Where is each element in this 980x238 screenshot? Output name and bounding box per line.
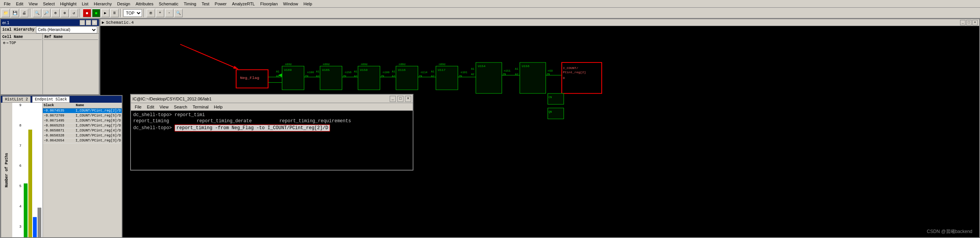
- schematic-maximize-btn[interactable]: □: [966, 20, 972, 25]
- menu-power[interactable]: Power: [212, 1, 229, 7]
- hierarchy-titlebar: er.1 _ □ ×: [1, 19, 99, 26]
- table-row[interactable]: -0.0674535 I_COUNT/PCint_reg[2]/D: [43, 108, 122, 113]
- svg-text:U150: U150: [360, 68, 368, 72]
- histlist-tab-1[interactable]: HistList 2: [2, 96, 31, 103]
- toolbar-btn-2[interactable]: 💾: [11, 9, 19, 17]
- table-row[interactable]: -0.0658871 I_COUNT/PCint_reg[4]/D: [43, 128, 122, 133]
- hierarchy-minimize-btn[interactable]: _: [80, 20, 85, 25]
- histlist-titlebar: HistList 2 Endpoint Slack: [1, 96, 122, 103]
- tree-item-label: TOP: [9, 41, 16, 45]
- terminal-menu-terminal[interactable]: Terminal: [190, 104, 211, 110]
- terminal-minimize-btn[interactable]: _: [390, 96, 396, 102]
- svg-text:A2: A2: [392, 75, 395, 78]
- menu-file[interactable]: File: [2, 1, 13, 7]
- slack-value: -0.0674535: [44, 109, 74, 113]
- toolbar-btn-9[interactable]: ◼: [83, 9, 91, 17]
- menu-test[interactable]: Test: [199, 1, 212, 7]
- svg-text:D: D: [563, 76, 565, 80]
- menu-window[interactable]: Window: [281, 1, 301, 7]
- toolbar-sep-2: [80, 9, 81, 17]
- svg-rect-73: [38, 208, 41, 237]
- toolbar-btn-11[interactable]: ▶: [101, 9, 109, 17]
- terminal-menu-file[interactable]: File: [132, 104, 144, 110]
- toolbar-btn-10[interactable]: ◼: [92, 9, 100, 17]
- toolbar-btn-6[interactable]: ⊕: [51, 9, 60, 17]
- histlist-tab-2[interactable]: Endpoint Slack: [32, 96, 70, 103]
- menu-select[interactable]: Select: [41, 1, 57, 7]
- menu-hierarchy[interactable]: Hierarchy: [91, 1, 114, 7]
- toolbar-btn-8[interactable]: ↺: [70, 9, 78, 17]
- slack-value: -0.0650328: [44, 134, 74, 138]
- hierarchy-close-btn[interactable]: ×: [92, 20, 97, 25]
- schematic-panel-controls: _ □ ×: [960, 20, 978, 25]
- toolbar-btn-1[interactable]: 📁: [2, 9, 10, 17]
- table-row[interactable]: -0.0665253 I_COUNT/PCint_reg[7]/D: [43, 123, 122, 128]
- menu-floorplan[interactable]: Floorplan: [258, 1, 280, 7]
- table-row[interactable]: -0.0671495 I_COUNT/PCint_reg[0]/D: [43, 118, 122, 123]
- toolbar-btn-3[interactable]: 🖨: [20, 9, 28, 17]
- slack-header-slack: Slack: [44, 103, 74, 107]
- slack-table-header: Slack Name: [43, 103, 122, 108]
- schematic-triangle-icon: ▶: [102, 20, 105, 25]
- hierarchy-cell-column: Cell Name ⊕ ⇒ TOP: [1, 34, 43, 94]
- hierarchy-level-select[interactable]: TOP: [123, 9, 142, 17]
- menu-bar: File Edit View Select Highlight List Hie…: [0, 0, 980, 8]
- terminal-menu-search[interactable]: Search: [172, 104, 189, 110]
- endpoint-name: I_COUNT/PCint_reg[7]/D: [75, 124, 121, 128]
- toolbar-zoom-in[interactable]: +: [156, 9, 164, 17]
- svg-text:A2: A2: [276, 75, 279, 78]
- slack-value: -0.0672709: [44, 114, 74, 118]
- ref-name-header: Ref Name: [44, 34, 98, 40]
- toolbar-btn-12[interactable]: ⏸: [110, 9, 119, 17]
- toolbar-zoom-region[interactable]: 🔍: [174, 9, 183, 17]
- svg-text:n100: n100: [383, 71, 390, 74]
- menu-view[interactable]: View: [26, 1, 40, 7]
- menu-design[interactable]: Design: [115, 1, 132, 7]
- terminal-window: IC@IC:~/Desktop/CSY/DC1_2012.06/lab1 _ □…: [130, 94, 413, 171]
- y-label-6: 6: [20, 164, 21, 168]
- terminal-close-btn[interactable]: ×: [405, 96, 411, 102]
- terminal-menu-view[interactable]: View: [157, 104, 171, 110]
- svg-text:A2: A2: [431, 75, 434, 78]
- menu-list[interactable]: List: [80, 1, 91, 7]
- svg-text:n59: n59: [548, 69, 553, 72]
- terminal-menu-edit[interactable]: Edit: [145, 104, 157, 110]
- hierarchy-tree-item-top[interactable]: ⊕ ⇒ TOP: [2, 40, 42, 46]
- toolbar-btn-4[interactable]: 🔍: [33, 9, 41, 17]
- menu-edit[interactable]: Edit: [14, 1, 26, 7]
- y-label-5: 5: [20, 184, 21, 188]
- menu-analyzertl[interactable]: AnalyzeRTL: [230, 1, 257, 7]
- terminal-maximize-btn[interactable]: □: [397, 96, 403, 102]
- hierarchy-ref-column: Ref Name: [43, 34, 99, 94]
- table-row[interactable]: -0.0672709 I_COUNT/PCint_reg[5]/D: [43, 113, 122, 118]
- menu-schematic[interactable]: Schematic: [157, 1, 181, 7]
- toolbar-zoom-out[interactable]: -: [165, 9, 173, 17]
- menu-highlight[interactable]: Highlight: [58, 1, 79, 7]
- table-row[interactable]: -0.0650328 I_COUNT/PCint_reg[6]/D: [43, 133, 122, 138]
- y-label-3: 3: [20, 225, 21, 229]
- schematic-close-btn[interactable]: ×: [972, 20, 978, 25]
- svg-text:n114: n114: [421, 71, 428, 74]
- menu-attributes[interactable]: Attributes: [133, 1, 155, 7]
- svg-text:I_COUNT/: I_COUNT/: [563, 66, 578, 70]
- terminal-command-input[interactable]: report_timing -from Neg_Flag -to I_COUNT…: [175, 125, 330, 131]
- table-row[interactable]: -0.0642654 I_COUNT/PCint_reg[3]/D: [43, 138, 122, 143]
- terminal-menu-help[interactable]: Help: [212, 104, 225, 110]
- menu-timing[interactable]: Timing: [181, 1, 199, 7]
- watermark: CSDN @晨曦backend: [927, 228, 972, 235]
- toolbar-zoom-fit[interactable]: ⊞: [147, 9, 155, 17]
- schematic-minimize-btn[interactable]: _: [960, 20, 965, 25]
- toolbar-btn-5[interactable]: 🔎: [42, 9, 51, 17]
- svg-text:A1: A1: [316, 70, 320, 73]
- hierarchy-type-select[interactable]: Cells (Hierarchical): [36, 26, 97, 33]
- terminal-prompt: dc_shell-topo>: [133, 125, 175, 131]
- toolbar-sep-1: [30, 9, 31, 17]
- schematic-title-text: Schematic.4: [106, 20, 134, 25]
- cell-name-header: Cell Name: [2, 34, 42, 40]
- svg-text:ZN: ZN: [305, 75, 308, 78]
- hierarchy-maximize-btn[interactable]: □: [86, 20, 91, 25]
- menu-help[interactable]: Help: [301, 1, 315, 7]
- svg-rect-70: [24, 184, 28, 237]
- toolbar-btn-7[interactable]: ⊗: [60, 9, 69, 17]
- toolbar-sep-4: [144, 9, 145, 17]
